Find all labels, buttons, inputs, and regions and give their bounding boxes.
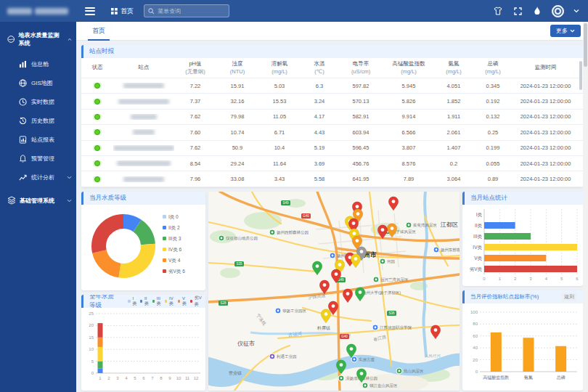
sidebar-item-stats[interactable]: 统计分析: [0, 168, 76, 187]
cell-value: 603.94: [338, 129, 383, 136]
cell-value: 8.54: [174, 160, 216, 167]
svg-text:2: 2: [514, 277, 517, 281]
flame-icon[interactable]: [532, 6, 542, 16]
hbar-bar-IV类[interactable]: [484, 244, 577, 250]
legend-label[interactable]: II类 2: [168, 225, 180, 230]
sidebar-group-water-system[interactable]: 地表水质量监测系统: [0, 22, 76, 54]
rate-bar-氨氮[interactable]: [523, 338, 534, 372]
legend-swatch: [163, 215, 166, 219]
sidebar-item-history[interactable]: 历史数据: [0, 111, 76, 130]
exceed-rate-panel: 当月评价指标站点超标率(%) 规则 020406080100高锰酸盐指数氨氮总磷: [462, 290, 583, 391]
station-map[interactable]: S49G40S35S28S49S36G40扬州市仪征市江都区古运河沪陕高速春江路…: [208, 192, 460, 391]
legend-item[interactable]: IV类: [165, 295, 175, 308]
column-header: 水温(℃): [301, 60, 338, 75]
sidebar-item-alarm[interactable]: 预警管理: [0, 149, 76, 168]
chevron-down-icon: [570, 29, 575, 33]
cell-time: 2024-01-23 12:00:00: [513, 113, 579, 120]
theme-shirt-icon[interactable]: [493, 6, 503, 16]
cell-value: 7.62: [174, 144, 216, 151]
panel-title-text: 当月站点统计: [470, 194, 507, 203]
cell-value: 0.055: [473, 160, 513, 167]
map-label: 人民圩河: [425, 354, 441, 359]
column-header: 高锰酸盐指数(mg/L): [383, 60, 434, 75]
svg-text:80: 80: [473, 322, 478, 326]
hbar-bar-II类[interactable]: [484, 222, 515, 229]
cell-value: 5.945: [383, 83, 434, 89]
topbar-home-link[interactable]: 首页: [111, 7, 134, 16]
stack-segment-V类[interactable]: [98, 338, 103, 347]
sidebar-item-clock[interactable]: 实时数据: [0, 92, 76, 111]
map-poi-label: 何园: [387, 259, 395, 264]
hbar-category: 劣V类: [470, 266, 483, 272]
cell-value: 3.064: [434, 176, 473, 182]
stack-segment-III类[interactable]: [98, 362, 103, 369]
svg-text:5: 5: [91, 359, 94, 364]
legend-item[interactable]: III类: [152, 295, 162, 308]
legend-item[interactable]: I类: [128, 295, 137, 308]
logo-blur: [7, 8, 32, 15]
map-poi-label: 镇江金山风景区: [369, 383, 398, 388]
sidebar-item-dashboard[interactable]: 信息舱: [0, 54, 76, 73]
avatar[interactable]: [552, 5, 564, 17]
legend-swatch: [163, 258, 166, 262]
fullscreen-icon[interactable]: [513, 6, 523, 16]
cell-value: 4.43: [301, 129, 338, 136]
history-icon: [19, 117, 27, 125]
column-label: pH值: [174, 60, 216, 68]
alarm-icon: [19, 155, 27, 163]
page-scrollbar[interactable]: [583, 22, 588, 392]
cell-time: 2024-01-23 12:00:00: [513, 144, 579, 151]
cell-value: 3.69: [301, 160, 338, 167]
map-poi-label: 华扬工业园区: [282, 309, 307, 314]
table-row[interactable]: 7.2215.915.036.3597.825.9454.0510.345202…: [81, 78, 583, 94]
legend-item[interactable]: V类: [178, 295, 187, 308]
cell-time: 2024-01-23 12:00:00: [513, 160, 579, 167]
svg-text:100: 100: [470, 310, 478, 314]
legend-item[interactable]: 劣V类: [190, 295, 203, 308]
rate-bar-总磷[interactable]: [555, 346, 566, 372]
cell-value: 2.061: [434, 129, 473, 136]
stack-segment-IV类[interactable]: [98, 347, 103, 362]
stack-segment-劣V类[interactable]: [98, 323, 103, 338]
rate-rule-button[interactable]: 规则: [561, 293, 577, 301]
svg-text:1: 1: [499, 277, 502, 281]
table-row[interactable]: 8.5429.2411.643.69456.768.5760.20.055202…: [81, 156, 583, 171]
table-row[interactable]: 7.6279.9811.054.17582.919.9141.9110.1322…: [81, 110, 583, 125]
hbar-bar-劣V类[interactable]: [484, 266, 577, 272]
hbar-bar-V类[interactable]: [484, 255, 546, 261]
sidebar-item-globe[interactable]: GIS地图: [0, 73, 76, 92]
table-row[interactable]: 7.6010.746.714.43603.946.5662.0610.25202…: [81, 125, 583, 140]
table-row[interactable]: 7.9633.083.435.58641.957.893.0640.892024…: [81, 171, 583, 187]
table-row[interactable]: 7.6250.910.45.19596.453.8071.4070.199202…: [81, 141, 583, 156]
table-scrollbar[interactable]: [579, 61, 582, 90]
rate-bar-高锰酸盐指数[interactable]: [491, 332, 502, 372]
search-input[interactable]: [158, 8, 223, 15]
legend-label[interactable]: V类 4: [168, 258, 181, 263]
legend-label[interactable]: IV类 6: [168, 247, 181, 252]
yearly-chart-legend: I类II类III类IV类V类劣V类: [128, 295, 203, 308]
sidebar-item-report[interactable]: 站点报表: [0, 130, 76, 149]
sidebar-group-base-system[interactable]: 基础管理系统: [0, 187, 76, 212]
sidebar-item-label: 信息舱: [31, 60, 49, 68]
more-button[interactable]: 更多: [550, 25, 581, 37]
menu-search[interactable]: [144, 4, 229, 17]
legend-item[interactable]: II类: [140, 295, 150, 308]
search-icon: [148, 8, 155, 15]
stack-segment-II类[interactable]: [98, 368, 103, 373]
status-dot: [94, 114, 100, 120]
svg-text:40: 40: [473, 346, 478, 350]
legend-label[interactable]: 劣V类 6: [168, 269, 185, 274]
table-row[interactable]: 7.3732.1615.533.24570.135.8261.8520.1922…: [81, 94, 583, 109]
legend-label[interactable]: III类 3: [168, 236, 181, 241]
donut-slice-劣V类[interactable]: [91, 214, 123, 253]
hbar-bar-III类[interactable]: [484, 233, 531, 240]
legend-label[interactable]: I类 0: [168, 214, 179, 219]
column-label: 总磷: [473, 60, 513, 68]
cell-time: 2024-01-23 12:00:00: [513, 176, 579, 182]
hamburger-icon[interactable]: [85, 7, 95, 15]
donut-slice-V类[interactable]: [92, 250, 121, 277]
column-header: 电导率(uS/cm): [338, 60, 383, 75]
donut-slice-IV类[interactable]: [118, 244, 155, 278]
chevron-down-icon[interactable]: [573, 9, 579, 13]
tab-home[interactable]: 首页: [88, 22, 110, 41]
